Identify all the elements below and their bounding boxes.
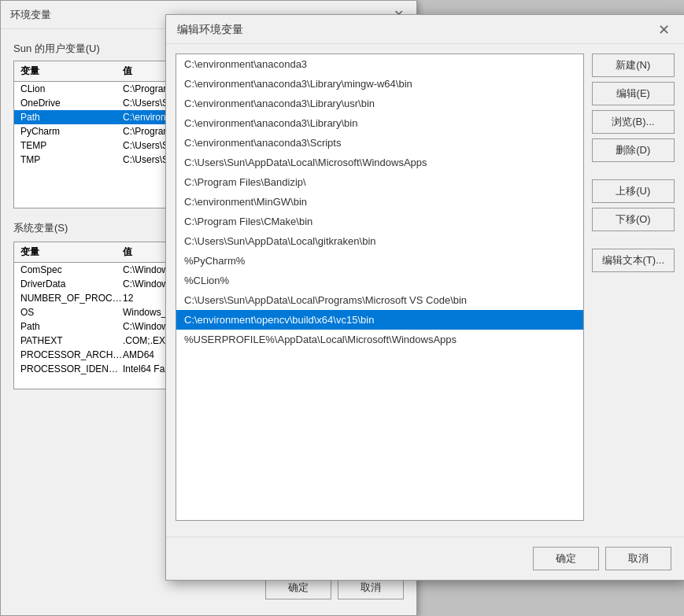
move-up-button[interactable]: 上移(U) <box>592 179 675 203</box>
path-list-item[interactable]: C:\Users\Sun\AppData\Local\Programs\Micr… <box>176 290 583 310</box>
edit-button[interactable]: 编辑(E) <box>592 82 675 105</box>
var-name: OS <box>20 307 123 318</box>
path-list-item[interactable]: C:\environment\anaconda3\Library\mingw-w… <box>176 74 583 94</box>
path-list-item[interactable]: C:\Users\Sun\AppData\Local\Microsoft\Win… <box>176 153 583 172</box>
dialog-titlebar: 编辑环境变量 ✕ <box>166 15 684 44</box>
dialog-title: 编辑环境变量 <box>177 23 243 37</box>
new-button[interactable]: 新建(N) <box>592 53 675 77</box>
var-name: DriverData <box>20 278 123 290</box>
browse-button[interactable]: 浏览(B)... <box>592 110 675 134</box>
var-name: Path <box>20 112 123 123</box>
var-name: PROCESSOR_ARCHITE <box>20 349 123 360</box>
var-name: NUMBER_OF_PROCESS <box>20 293 123 304</box>
button-spacer-2 <box>592 236 675 244</box>
path-list-item[interactable]: C:\environment\anaconda3 <box>176 54 583 74</box>
user-col-var-header: 变量 <box>20 65 123 78</box>
var-name: TEMP <box>20 140 123 151</box>
var-name: CLion <box>20 83 123 94</box>
dialog-cancel-button[interactable]: 取消 <box>605 547 671 570</box>
dialog-body: C:\environment\anaconda3C:\environment\a… <box>166 44 684 530</box>
delete-button[interactable]: 删除(D) <box>592 138 675 162</box>
var-name: PATHEXT <box>20 335 123 346</box>
var-name: OneDrive <box>20 98 123 109</box>
dialog-ok-button[interactable]: 确定 <box>533 547 599 570</box>
edit-env-dialog: 编辑环境变量 ✕ C:\environment\anaconda3C:\envi… <box>165 14 684 581</box>
path-list-item[interactable]: %USERPROFILE%\AppData\Local\Microsoft\Wi… <box>176 330 583 349</box>
path-list-item[interactable]: %PyCharm% <box>176 251 583 271</box>
edit-text-button[interactable]: 编辑文本(T)... <box>592 249 675 272</box>
path-list-item[interactable]: C:\environment\anaconda3\Library\usr\bin <box>176 94 583 113</box>
var-name: PyCharm <box>20 126 123 137</box>
path-list-item[interactable]: %CLion% <box>176 271 583 290</box>
path-list-item[interactable]: C:\environment\opencv\build\x64\vc15\bin <box>176 310 583 330</box>
path-list-item[interactable]: C:\environment\anaconda3\Library\bin <box>176 113 583 133</box>
system-col-var-header: 变量 <box>20 245 123 259</box>
path-list-item[interactable]: C:\Program Files\CMake\bin <box>176 212 583 231</box>
path-list-item[interactable]: C:\Users\Sun\AppData\Local\gitkraken\bin <box>176 231 583 251</box>
button-spacer <box>592 167 675 175</box>
var-name: PROCESSOR_IDENTIFIE <box>20 363 123 374</box>
dialog-side-buttons: 新建(N) 编辑(E) 浏览(B)... 删除(D) 上移(U) 下移(O) 编… <box>592 53 675 521</box>
bg-window-title: 环境变量 <box>10 8 51 22</box>
path-list[interactable]: C:\environment\anaconda3C:\environment\a… <box>176 53 584 521</box>
var-name: ComSpec <box>20 264 123 275</box>
dialog-close-icon[interactable]: ✕ <box>655 23 673 37</box>
dialog-footer: 确定 取消 <box>166 537 684 580</box>
move-down-button[interactable]: 下移(O) <box>592 208 675 231</box>
path-list-item[interactable]: C:\Program Files\Bandizip\ <box>176 172 583 192</box>
var-name: Path <box>20 321 123 332</box>
path-list-item[interactable]: C:\environment\anaconda3\Scripts <box>176 133 583 153</box>
var-name: TMP <box>20 154 123 165</box>
path-list-item[interactable]: C:\environment\MinGW\bin <box>176 192 583 212</box>
